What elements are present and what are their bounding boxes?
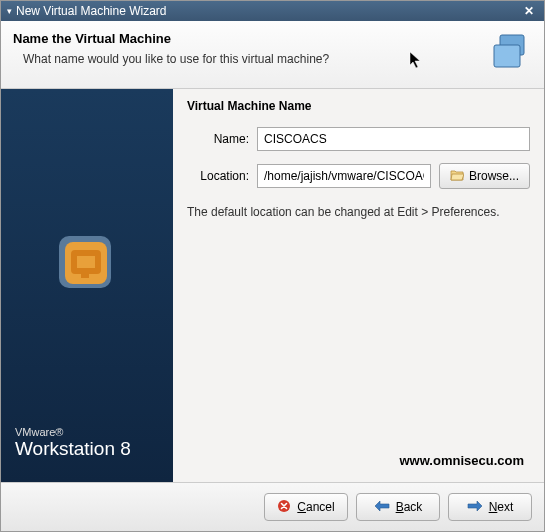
name-row: Name: [187, 127, 530, 151]
location-input[interactable] [257, 164, 431, 188]
wizard-window: ▾ New Virtual Machine Wizard ✕ Name the … [0, 0, 545, 532]
vmware-logo-icon [1, 101, 173, 426]
name-input[interactable] [257, 127, 530, 151]
watermark: www.omnisecu.com [187, 451, 530, 472]
header: Name the Virtual Machine What name would… [1, 21, 544, 89]
back-button[interactable]: Back [356, 493, 440, 521]
header-subheading: What name would you like to use for this… [13, 52, 329, 66]
cursor-icon [409, 51, 423, 72]
arrow-left-icon [374, 500, 390, 515]
header-heading: Name the Virtual Machine [13, 31, 329, 46]
sidebar: VMware® Workstation 8 [1, 89, 173, 482]
arrow-right-icon [467, 500, 483, 515]
brand-label: VMware® [15, 426, 159, 438]
cancel-icon [277, 499, 291, 516]
product-label: Workstation 8 [15, 438, 159, 460]
next-label: Next [489, 500, 514, 514]
footer: Cancel Back Next [1, 482, 544, 531]
browse-button[interactable]: Browse... [439, 163, 530, 189]
section-title: Virtual Machine Name [187, 99, 530, 113]
location-row: Location: Browse... [187, 163, 530, 189]
browse-label: Browse... [469, 169, 519, 183]
titlebar: ▾ New Virtual Machine Wizard ✕ [1, 1, 544, 21]
name-label: Name: [187, 132, 257, 146]
sidebar-branding: VMware® Workstation 8 [1, 426, 173, 470]
close-icon[interactable]: ✕ [520, 4, 538, 18]
svg-rect-1 [494, 45, 520, 67]
cancel-label: Cancel [297, 500, 334, 514]
folder-icon [450, 169, 464, 184]
cancel-button[interactable]: Cancel [264, 493, 348, 521]
window-menu-icon[interactable]: ▾ [7, 6, 12, 16]
content: VMware® Workstation 8 Virtual Machine Na… [1, 89, 544, 482]
vm-stack-icon [488, 31, 530, 76]
titlebar-left: ▾ New Virtual Machine Wizard [7, 4, 167, 18]
back-label: Back [396, 500, 423, 514]
location-label: Location: [187, 169, 257, 183]
window-title: New Virtual Machine Wizard [16, 4, 167, 18]
hint-text: The default location can be changed at E… [187, 205, 530, 219]
header-text: Name the Virtual Machine What name would… [13, 31, 329, 66]
main-panel: Virtual Machine Name Name: Location: Bro… [173, 89, 544, 482]
next-button[interactable]: Next [448, 493, 532, 521]
